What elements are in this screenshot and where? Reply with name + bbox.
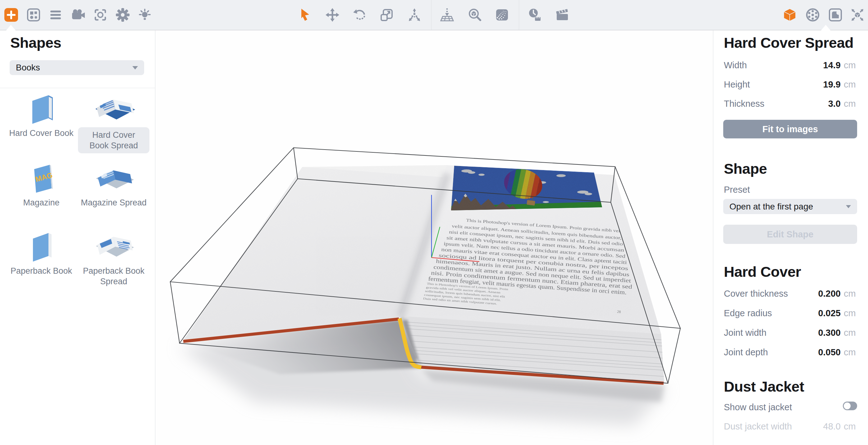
app-window: Shapes Books Hard Cover Book xyxy=(0,0,868,445)
animation-button[interactable] xyxy=(553,4,571,26)
shape-item-hard-cover-book[interactable]: Hard Cover Book xyxy=(6,91,77,138)
lighting-button[interactable] xyxy=(136,4,154,26)
magazine-spread-thumbnail xyxy=(90,161,137,196)
cover-thickness-value-field[interactable]: 0.200 xyxy=(818,288,841,299)
property-row-show-dust-jacket: Show dust jacket xyxy=(724,402,858,412)
shape-item-label-selected: Hard Cover Book Spread xyxy=(78,127,149,153)
property-row-edge-radius: Edge radius 0.025 cm xyxy=(724,308,858,318)
hard-cover-book-thumbnail xyxy=(18,91,65,126)
unit-label: cm xyxy=(841,328,858,338)
distribute-arrows-icon xyxy=(407,8,422,22)
scene-list-button[interactable] xyxy=(46,4,65,26)
joint-depth-value-field[interactable]: 0.050 xyxy=(818,347,841,357)
properties-panel: Hard Cover Spread Width 14.9 cm Height 1… xyxy=(713,30,868,445)
fit-to-images-button[interactable]: Fit to images xyxy=(723,120,857,138)
fit-view-icon xyxy=(468,8,482,22)
width-value-field[interactable]: 14.9 xyxy=(823,60,841,70)
chevron-down-icon xyxy=(846,205,851,208)
preset-label: Preset xyxy=(724,185,750,195)
shape-item-label: Paperback Book xyxy=(6,266,77,276)
decals-tab[interactable] xyxy=(826,4,844,26)
distribute-tool-button[interactable] xyxy=(405,4,424,26)
property-label: Dust jacket width xyxy=(724,421,792,432)
layouts-button[interactable] xyxy=(25,4,42,26)
property-row-height: Height 19.9 cm xyxy=(724,79,858,90)
cube-icon xyxy=(782,8,797,22)
property-row-dust-jacket-width: Dust jacket width 48.0 cm xyxy=(724,421,858,432)
preset-value: Open at the first page xyxy=(730,202,813,212)
materials-tab[interactable] xyxy=(804,4,822,26)
shape-section-heading: Shape xyxy=(724,160,767,177)
snapshot-area-button[interactable] xyxy=(91,4,110,26)
material-sphere-icon xyxy=(806,8,820,22)
property-row-thickness: Thickness 3.0 cm xyxy=(724,99,858,109)
paperback-book-thumbnail xyxy=(18,229,65,264)
add-shape-icon xyxy=(4,8,18,22)
dust-jacket-section-heading: Dust Jacket xyxy=(724,378,804,395)
edge-radius-value-field[interactable]: 0.025 xyxy=(818,308,841,318)
unit-label: cm xyxy=(841,79,858,90)
shape-item-magazine[interactable]: MAG Magazine xyxy=(6,161,77,208)
property-row-joint-width: Joint width 0.300 cm xyxy=(724,328,858,338)
property-label: Show dust jacket xyxy=(724,402,792,412)
preset-select[interactable]: Open at the first page xyxy=(723,199,857,214)
camera-icon xyxy=(71,8,86,22)
rotate-icon xyxy=(352,8,367,22)
select-arrow-icon xyxy=(298,8,313,22)
cameras-button[interactable] xyxy=(69,4,87,26)
move-tool-button[interactable] xyxy=(323,4,341,26)
unit-label: cm xyxy=(841,288,858,299)
magazine-thumbnail: MAG xyxy=(18,161,65,196)
shape-item-label: Paperback Book Spread xyxy=(78,266,149,287)
selected-shape-title: Hard Cover Spread xyxy=(724,34,854,51)
unit-label: cm xyxy=(841,99,858,109)
scene-canvas: This is Photoshop's version of Lorem Ips… xyxy=(155,30,713,445)
active-tab-caret-right xyxy=(820,25,831,31)
light-bulb-icon xyxy=(137,8,152,22)
paperback-book-spread-thumbnail xyxy=(90,229,137,264)
shape-item-label: Hard Cover Book xyxy=(6,128,77,138)
property-row-joint-depth: Joint depth 0.050 cm xyxy=(724,347,858,357)
render-queue-button[interactable] xyxy=(526,4,544,26)
rotate-tool-button[interactable] xyxy=(351,4,369,26)
unit-label: cm xyxy=(841,347,858,357)
expand-scene-icon xyxy=(850,8,865,22)
scene-list-icon xyxy=(49,8,63,22)
shape-category-select[interactable]: Books xyxy=(10,60,144,75)
drop-to-floor-button[interactable] xyxy=(438,4,456,26)
unit-label: cm xyxy=(841,421,858,432)
property-label: Height xyxy=(724,79,750,90)
shape-item-paperback-book-spread[interactable]: Paperback Book Spread xyxy=(78,229,149,287)
move-icon xyxy=(325,8,340,22)
edit-shape-button[interactable]: Edit Shape xyxy=(723,225,857,244)
thickness-value-field[interactable]: 3.0 xyxy=(828,99,841,109)
shapes-panel: Shapes Books Hard Cover Book xyxy=(0,30,155,445)
unit-label: cm xyxy=(841,308,858,318)
show-dust-jacket-toggle[interactable] xyxy=(843,402,857,410)
joint-width-value-field[interactable]: 0.300 xyxy=(818,328,841,338)
fit-to-view-button[interactable] xyxy=(466,4,484,26)
property-row-cover-thickness: Cover thickness 0.200 cm xyxy=(724,288,858,299)
settings-button[interactable] xyxy=(114,4,132,26)
dust-jacket-width-value-field: 48.0 xyxy=(823,421,841,432)
shape-properties-tab[interactable] xyxy=(781,4,799,26)
scene-environment-tab[interactable] xyxy=(848,4,866,26)
drop-to-floor-icon xyxy=(440,8,454,22)
toolbar-separator xyxy=(519,0,519,30)
backdrop-button[interactable] xyxy=(493,4,511,26)
viewport-3d[interactable]: This is Photoshop's version of Lorem Ips… xyxy=(155,30,713,445)
shape-item-paperback-book[interactable]: Paperback Book xyxy=(6,229,77,276)
select-tool-button[interactable] xyxy=(297,4,314,26)
add-shape-button[interactable] xyxy=(2,4,20,26)
active-tab-caret-left xyxy=(6,25,16,31)
property-label: Cover thickness xyxy=(724,288,788,299)
shapes-panel-title: Shapes xyxy=(10,34,61,51)
gear-icon xyxy=(116,8,130,22)
scale-tool-button[interactable] xyxy=(378,4,396,26)
main-toolbar xyxy=(0,0,868,30)
property-label: Joint depth xyxy=(724,347,768,357)
shape-item-hard-cover-book-spread[interactable]: Hard Cover Book Spread xyxy=(78,91,149,153)
shape-item-label: Magazine Spread xyxy=(78,197,149,208)
shape-item-magazine-spread[interactable]: Magazine Spread xyxy=(78,161,149,208)
height-value-field[interactable]: 19.9 xyxy=(823,79,841,90)
